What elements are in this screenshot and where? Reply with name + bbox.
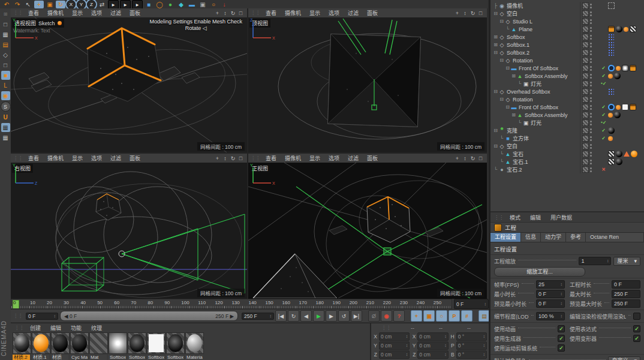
grip-icon[interactable]: ⋮⋮: [13, 325, 25, 331]
layer-icon[interactable]: [582, 119, 589, 126]
step-forward-button[interactable]: ▶: [326, 310, 337, 322]
expand-toggle-icon[interactable]: [493, 143, 498, 149]
rotate-view-icon[interactable]: ↻: [229, 10, 237, 16]
key-rotation-button[interactable]: ○: [436, 310, 447, 322]
expand-toggle-icon[interactable]: [499, 151, 504, 157]
object-row[interactable]: Softbox Assembly: [490, 111, 644, 119]
pan-view-icon[interactable]: +: [453, 155, 461, 161]
expand-toggle-icon[interactable]: [499, 97, 504, 102]
expand-toggle-icon[interactable]: [505, 65, 510, 71]
visibility-dots-icon[interactable]: [590, 97, 592, 102]
object-name[interactable]: Softbox.2: [507, 50, 580, 56]
object-tag-icon[interactable]: [622, 65, 628, 71]
object-name[interactable]: Rotation: [513, 58, 580, 64]
toggle-view-icon[interactable]: □: [477, 10, 484, 16]
dolly-view-icon[interactable]: ↕: [221, 10, 229, 16]
viewport-canvas-top[interactable]: 顶视图 ZX 网格间距 : 100 cm: [248, 17, 487, 152]
viewport-menu-item[interactable]: 查看: [24, 10, 43, 16]
goto-end-button[interactable]: ▶|: [351, 310, 362, 322]
object-row[interactable]: 宝石.2: [490, 166, 644, 173]
object-tag-icon[interactable]: [631, 151, 637, 157]
viewport-menu-item[interactable]: 显示: [305, 155, 324, 161]
expand-toggle-icon[interactable]: [517, 81, 522, 86]
redo-icon[interactable]: ↷: [13, 1, 22, 8]
enable-state-icon[interactable]: [599, 73, 608, 79]
option-checkbox[interactable]: ✓: [633, 335, 640, 342]
grip-icon[interactable]: ⋮⋮: [373, 325, 402, 331]
grip-icon[interactable]: ⋮⋮: [13, 155, 23, 161]
rotate-view-icon[interactable]: ↻: [469, 10, 477, 16]
enable-state-icon[interactable]: [599, 167, 608, 172]
pan-view-icon[interactable]: +: [453, 10, 461, 16]
pan-view-icon[interactable]: +: [213, 155, 221, 161]
coord-value-field[interactable]: 0 °↕: [456, 341, 487, 350]
object-tag-icon[interactable]: [608, 2, 615, 9]
project-scale-field[interactable]: 1↕: [579, 257, 611, 265]
key-pla-button[interactable]: #: [461, 310, 473, 322]
viewport-menu-item[interactable]: 显示: [68, 10, 87, 16]
rotate-icon[interactable]: ↻: [56, 1, 65, 8]
material-menu-item[interactable]: 创建: [25, 325, 46, 331]
viewport-menu-item[interactable]: 面板: [125, 155, 145, 161]
object-row[interactable]: Front Of Softbox: [490, 103, 644, 111]
toggle-view-icon[interactable]: □: [237, 155, 245, 161]
enable-state-icon[interactable]: [599, 120, 608, 125]
object-row[interactable]: Front Of Softbox: [490, 64, 644, 72]
pan-view-icon[interactable]: +: [213, 10, 221, 16]
play-button[interactable]: ▶: [313, 310, 324, 322]
toolbar-grip[interactable]: ⊞: [1, 10, 10, 19]
object-name[interactable]: Front Of Softbox: [519, 65, 580, 71]
default-color-dropdown[interactable]: 自定义▾: [608, 356, 640, 360]
download-arrow-icon[interactable]: ↓: [219, 1, 229, 8]
viewport-menu-item[interactable]: 选项: [87, 10, 106, 16]
object-row[interactable]: Softbox: [490, 33, 644, 41]
visibility-dots-icon[interactable]: [590, 121, 592, 125]
current-frame-field[interactable]: 0 F↕: [454, 299, 489, 309]
object-name[interactable]: Softbox: [507, 34, 580, 40]
expand-toggle-icon[interactable]: [511, 112, 516, 118]
layer-icon[interactable]: [582, 49, 589, 56]
material-item[interactable]: Softbox: [165, 332, 184, 360]
primitive-cube-icon[interactable]: ■: [144, 1, 154, 8]
layer-icon[interactable]: [582, 96, 589, 103]
preview-range-slider[interactable]: ◀ 0 F250 F ▶: [60, 311, 238, 321]
expand-toggle-icon[interactable]: [499, 136, 504, 141]
object-row[interactable]: 空白: [490, 10, 644, 17]
layer-icon[interactable]: [582, 65, 589, 71]
object-name[interactable]: Studio L: [513, 19, 580, 25]
object-tag-icon[interactable]: [616, 66, 621, 71]
timeline-ruler[interactable]: 0102030405060708090100110120130140150160…: [11, 299, 452, 309]
object-tag-icon[interactable]: [608, 136, 613, 141]
grip-icon[interactable]: ⋮⋮: [493, 215, 505, 220]
lod-checkbox[interactable]: [633, 313, 640, 320]
object-tag-icon[interactable]: [608, 49, 614, 56]
visibility-dots-icon[interactable]: [590, 11, 592, 16]
expand-toggle-icon[interactable]: [493, 34, 498, 40]
dolly-view-icon[interactable]: ↕: [461, 155, 469, 161]
visibility-dots-icon[interactable]: [590, 66, 592, 71]
viewport-menu-item[interactable]: 选项: [87, 155, 106, 161]
object-tag-icon[interactable]: [630, 104, 636, 110]
object-row[interactable]: 灯光: [490, 80, 644, 88]
object-row[interactable]: 摄像机: [490, 2, 644, 10]
viewport-menu-item[interactable]: 选项: [324, 10, 344, 16]
dolly-view-icon[interactable]: ↕: [221, 155, 229, 161]
viewport-menu-item[interactable]: 面板: [125, 10, 145, 16]
polygons-mode-icon[interactable]: ■: [1, 71, 10, 80]
workplane-mode-icon[interactable]: ▤: [1, 40, 10, 49]
visibility-dots-icon[interactable]: [590, 167, 592, 172]
material-menu-item[interactable]: 纹理: [86, 325, 107, 331]
value-field[interactable]: 0 F↕: [536, 290, 565, 298]
key-position-button[interactable]: +: [411, 310, 422, 322]
object-row[interactable]: Plane: [490, 25, 644, 33]
attribute-tab[interactable]: Octane Ren: [586, 233, 644, 242]
object-name[interactable]: Rotation: [513, 97, 580, 103]
coord-value-field[interactable]: 0 cm↕: [417, 350, 448, 359]
range-start-field[interactable]: 0 F↕: [26, 313, 58, 320]
toggle-view-icon[interactable]: □: [477, 155, 484, 161]
model-mode-icon[interactable]: □: [1, 20, 10, 29]
object-name[interactable]: 灯光: [531, 80, 580, 88]
edges-mode-icon[interactable]: □: [1, 61, 10, 70]
object-tag-icon[interactable]: [608, 113, 613, 118]
visibility-dots-icon[interactable]: [590, 113, 592, 118]
